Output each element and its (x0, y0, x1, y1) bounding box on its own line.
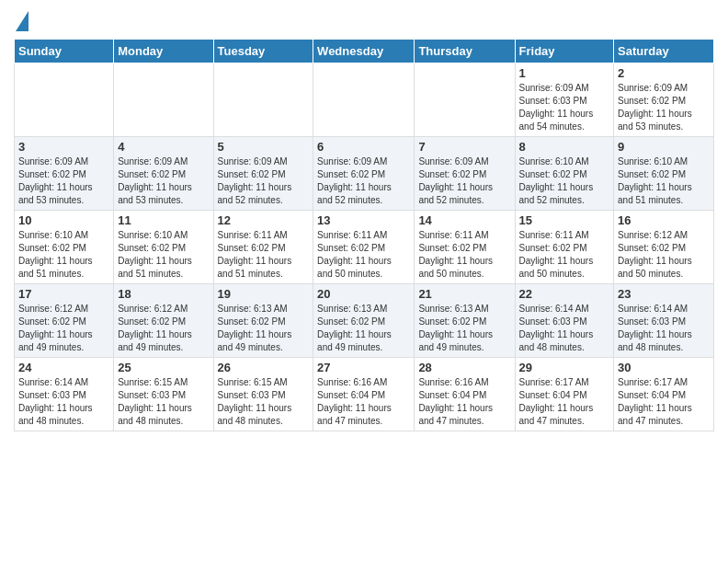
day-info: Sunrise: 6:15 AM Sunset: 6:03 PM Dayligh… (118, 376, 209, 428)
calendar-cell: 24Sunrise: 6:14 AM Sunset: 6:03 PM Dayli… (15, 358, 114, 431)
day-info: Sunrise: 6:17 AM Sunset: 6:04 PM Dayligh… (519, 376, 610, 428)
day-info: Sunrise: 6:10 AM Sunset: 6:02 PM Dayligh… (618, 155, 710, 207)
day-info: Sunrise: 6:16 AM Sunset: 6:04 PM Dayligh… (418, 376, 510, 428)
day-info: Sunrise: 6:13 AM Sunset: 6:02 PM Dayligh… (317, 303, 410, 354)
calendar-cell: 18Sunrise: 6:12 AM Sunset: 6:02 PM Dayli… (114, 284, 213, 358)
day-info: Sunrise: 6:15 AM Sunset: 6:03 PM Dayligh… (218, 376, 310, 428)
day-number: 18 (118, 287, 209, 301)
day-number: 17 (18, 287, 109, 301)
calendar-cell: 4Sunrise: 6:09 AM Sunset: 6:02 PM Daylig… (114, 137, 213, 211)
day-info: Sunrise: 6:10 AM Sunset: 6:02 PM Dayligh… (118, 229, 209, 281)
day-number: 6 (317, 140, 410, 154)
calendar-cell: 29Sunrise: 6:17 AM Sunset: 6:04 PM Dayli… (515, 358, 614, 431)
calendar-cell (15, 63, 114, 137)
day-info: Sunrise: 6:14 AM Sunset: 6:03 PM Dayligh… (618, 303, 710, 354)
day-number: 2 (618, 66, 710, 80)
day-info: Sunrise: 6:17 AM Sunset: 6:04 PM Dayligh… (618, 376, 710, 428)
day-info: Sunrise: 6:13 AM Sunset: 6:02 PM Dayligh… (218, 303, 310, 354)
header (14, 9, 714, 31)
calendar-cell: 11Sunrise: 6:10 AM Sunset: 6:02 PM Dayli… (114, 211, 213, 284)
calendar-cell: 28Sunrise: 6:16 AM Sunset: 6:04 PM Dayli… (415, 358, 515, 431)
calendar-cell: 12Sunrise: 6:11 AM Sunset: 6:02 PM Dayli… (213, 211, 313, 284)
page: SundayMondayTuesdayWednesdayThursdayFrid… (0, 0, 728, 441)
calendar-cell: 7Sunrise: 6:09 AM Sunset: 6:02 PM Daylig… (415, 137, 515, 211)
day-info: Sunrise: 6:11 AM Sunset: 6:02 PM Dayligh… (418, 229, 510, 281)
day-number: 25 (118, 361, 209, 374)
logo-arrow-icon (16, 11, 28, 31)
week-row-5: 24Sunrise: 6:14 AM Sunset: 6:03 PM Dayli… (15, 358, 714, 431)
day-number: 3 (18, 140, 109, 154)
calendar-cell (114, 63, 213, 137)
day-header-saturday: Saturday (614, 40, 714, 63)
week-row-3: 10Sunrise: 6:10 AM Sunset: 6:02 PM Dayli… (15, 211, 714, 284)
day-number: 27 (317, 361, 410, 374)
day-header-tuesday: Tuesday (213, 40, 313, 63)
day-number: 9 (618, 140, 710, 154)
day-number: 28 (418, 361, 510, 374)
week-row-4: 17Sunrise: 6:12 AM Sunset: 6:02 PM Dayli… (15, 284, 714, 358)
calendar-cell: 9Sunrise: 6:10 AM Sunset: 6:02 PM Daylig… (614, 137, 714, 211)
calendar-cell: 16Sunrise: 6:12 AM Sunset: 6:02 PM Dayli… (614, 211, 714, 284)
day-info: Sunrise: 6:12 AM Sunset: 6:02 PM Dayligh… (118, 303, 209, 354)
day-info: Sunrise: 6:09 AM Sunset: 6:02 PM Dayligh… (418, 155, 510, 207)
calendar-cell: 25Sunrise: 6:15 AM Sunset: 6:03 PM Dayli… (114, 358, 213, 431)
calendar-cell: 30Sunrise: 6:17 AM Sunset: 6:04 PM Dayli… (614, 358, 714, 431)
day-info: Sunrise: 6:11 AM Sunset: 6:02 PM Dayligh… (317, 229, 410, 281)
day-info: Sunrise: 6:11 AM Sunset: 6:02 PM Dayligh… (218, 229, 310, 281)
day-number: 16 (618, 213, 710, 227)
day-info: Sunrise: 6:13 AM Sunset: 6:02 PM Dayligh… (418, 303, 510, 354)
day-number: 4 (118, 140, 209, 154)
calendar-cell: 22Sunrise: 6:14 AM Sunset: 6:03 PM Dayli… (515, 284, 614, 358)
day-number: 29 (519, 361, 610, 374)
calendar-header-row: SundayMondayTuesdayWednesdayThursdayFrid… (15, 40, 714, 63)
calendar-cell: 1Sunrise: 6:09 AM Sunset: 6:03 PM Daylig… (515, 63, 614, 137)
calendar-cell: 20Sunrise: 6:13 AM Sunset: 6:02 PM Dayli… (313, 284, 415, 358)
day-number: 8 (519, 140, 610, 154)
day-number: 15 (519, 213, 610, 227)
day-header-wednesday: Wednesday (313, 40, 415, 63)
calendar: SundayMondayTuesdayWednesdayThursdayFrid… (14, 39, 714, 431)
calendar-cell: 3Sunrise: 6:09 AM Sunset: 6:02 PM Daylig… (15, 137, 114, 211)
calendar-cell: 23Sunrise: 6:14 AM Sunset: 6:03 PM Dayli… (614, 284, 714, 358)
day-number: 23 (618, 287, 710, 301)
calendar-cell: 27Sunrise: 6:16 AM Sunset: 6:04 PM Dayli… (313, 358, 415, 431)
day-number: 20 (317, 287, 410, 301)
day-header-friday: Friday (515, 40, 614, 63)
calendar-cell: 14Sunrise: 6:11 AM Sunset: 6:02 PM Dayli… (415, 211, 515, 284)
day-number: 26 (218, 361, 310, 374)
calendar-cell: 21Sunrise: 6:13 AM Sunset: 6:02 PM Dayli… (415, 284, 515, 358)
week-row-2: 3Sunrise: 6:09 AM Sunset: 6:02 PM Daylig… (15, 137, 714, 211)
day-info: Sunrise: 6:09 AM Sunset: 6:02 PM Dayligh… (218, 155, 310, 207)
logo (14, 9, 28, 31)
day-info: Sunrise: 6:14 AM Sunset: 6:03 PM Dayligh… (18, 376, 109, 428)
calendar-cell: 2Sunrise: 6:09 AM Sunset: 6:02 PM Daylig… (614, 63, 714, 137)
day-info: Sunrise: 6:10 AM Sunset: 6:02 PM Dayligh… (519, 155, 610, 207)
calendar-cell: 26Sunrise: 6:15 AM Sunset: 6:03 PM Dayli… (213, 358, 313, 431)
calendar-cell: 10Sunrise: 6:10 AM Sunset: 6:02 PM Dayli… (15, 211, 114, 284)
day-number: 1 (519, 66, 610, 80)
day-number: 24 (18, 361, 109, 374)
day-info: Sunrise: 6:09 AM Sunset: 6:02 PM Dayligh… (618, 82, 710, 133)
day-info: Sunrise: 6:12 AM Sunset: 6:02 PM Dayligh… (618, 229, 710, 281)
day-number: 13 (317, 213, 410, 227)
day-number: 14 (418, 213, 510, 227)
week-row-1: 1Sunrise: 6:09 AM Sunset: 6:03 PM Daylig… (15, 63, 714, 137)
day-number: 22 (519, 287, 610, 301)
day-number: 5 (218, 140, 310, 154)
day-number: 11 (118, 213, 209, 227)
calendar-cell: 6Sunrise: 6:09 AM Sunset: 6:02 PM Daylig… (313, 137, 415, 211)
day-header-thursday: Thursday (415, 40, 515, 63)
day-number: 30 (618, 361, 710, 374)
calendar-cell: 15Sunrise: 6:11 AM Sunset: 6:02 PM Dayli… (515, 211, 614, 284)
day-info: Sunrise: 6:10 AM Sunset: 6:02 PM Dayligh… (18, 229, 109, 281)
day-header-sunday: Sunday (15, 40, 114, 63)
calendar-cell (313, 63, 415, 137)
day-number: 12 (218, 213, 310, 227)
day-number: 19 (218, 287, 310, 301)
day-number: 10 (18, 213, 109, 227)
day-info: Sunrise: 6:14 AM Sunset: 6:03 PM Dayligh… (519, 303, 610, 354)
day-info: Sunrise: 6:09 AM Sunset: 6:02 PM Dayligh… (317, 155, 410, 207)
day-info: Sunrise: 6:11 AM Sunset: 6:02 PM Dayligh… (519, 229, 610, 281)
day-header-monday: Monday (114, 40, 213, 63)
calendar-cell (213, 63, 313, 137)
